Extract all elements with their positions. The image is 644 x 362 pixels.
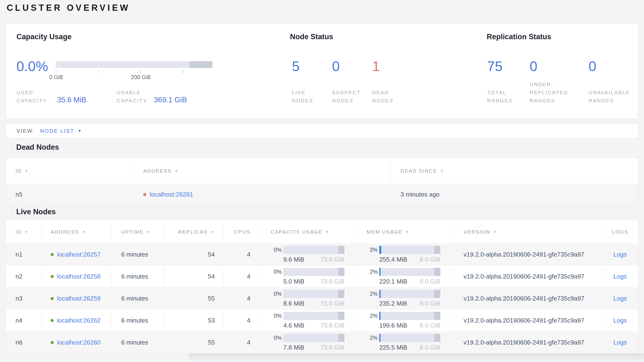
capacity-total-value: 73.8 GiB (320, 344, 344, 351)
logs-cell: Logs (602, 332, 638, 353)
axis-tick (140, 70, 141, 73)
dead-nodes-label: DEAD NODES (372, 88, 408, 105)
logs-link[interactable]: Logs (614, 295, 627, 302)
column-header-id[interactable]: ID ▼ (6, 220, 41, 243)
node-address-link[interactable]: localhost:26260 (57, 339, 100, 346)
bottom-shadow (188, 353, 644, 362)
dead-nodes-count: 1 (372, 58, 380, 74)
sort-desc-icon: ▼ (406, 230, 410, 234)
node-replicas: 54 (164, 266, 224, 287)
mem-usage-bar (379, 290, 440, 298)
node-address-cell: localhost:26257 (41, 244, 112, 265)
sort-desc-icon: ▼ (440, 169, 444, 173)
total-ranges-label: TOTAL RANGES (487, 88, 522, 105)
axis-tick-label-200: 200 GiB (126, 74, 155, 81)
capacity-percent: 0% (268, 313, 282, 319)
column-header-dead-since[interactable]: DEAD SINCE ▼ (391, 158, 638, 184)
node-cpus: 4 (224, 244, 261, 265)
mem-percent: 2% (364, 335, 378, 341)
mem-usage-cell: 2% 235.2 MiB 8.0 GiB (357, 288, 454, 309)
node-address-link[interactable]: localhost:26261 (150, 191, 193, 198)
logs-cell: Logs (602, 266, 638, 287)
sort-desc-icon: ▼ (325, 230, 330, 234)
live-nodes-heading: Live Nodes (16, 208, 56, 216)
column-header-replicas[interactable]: REPLICAS ▼ (164, 220, 224, 243)
column-header-address[interactable]: ADDRESS ▼ (41, 220, 112, 243)
table-row: n4 localhost:26262 6 minutes 53 4 0% 4.6… (6, 309, 638, 331)
dead-nodes-heading: Dead Nodes (16, 143, 59, 152)
node-uptime: 6 minutes (112, 310, 164, 331)
capacity-usage-bar (283, 246, 344, 254)
node-address-cell: localhost:26262 (41, 310, 112, 331)
node-id: n1 (6, 244, 41, 265)
node-replicas: 55 (164, 332, 224, 353)
node-address-link[interactable]: localhost:26257 (57, 251, 100, 258)
node-id: n4 (6, 310, 41, 331)
axis-tick (183, 70, 184, 73)
logs-link[interactable]: Logs (614, 339, 627, 346)
node-version: v19.2.0-alpha.20190606-2491-gfe735c9a97 (454, 310, 602, 331)
node-address-link[interactable]: localhost:26258 (57, 273, 100, 280)
capacity-bar-reserved-segment (189, 61, 212, 68)
suspect-nodes-count: 0 (332, 58, 340, 74)
live-nodes-header-row: ID ▼ ADDRESS ▼ UPTIME ▼ REPLICAS ▼ CPUS … (6, 220, 638, 243)
capacity-total-value: 73.8 GiB (320, 256, 344, 263)
unavailable-ranges-count: 0 (588, 58, 596, 74)
view-selector-dropdown[interactable]: NODE LIST ▼ (40, 128, 82, 134)
capacity-usage-heading: Capacity Usage (16, 33, 72, 41)
dead-nodes-table: ID ▼ ADDRESS ▼ DEAD SINCE ▼ n5 localhost… (6, 158, 638, 205)
node-version: v19.2.0-alpha.20190606-2491-gfe735c9a97 (454, 244, 602, 265)
node-cpus: 4 (224, 266, 261, 287)
used-capacity-value: 35.6 MiB (57, 96, 86, 104)
node-address-cell: localhost:26259 (41, 288, 112, 309)
capacity-usage-cell: 0% 9.6 MiB 73.8 GiB (261, 244, 357, 265)
cluster-summary-card: Capacity Usage 0.0% 0 GiB 200 GiB USED C… (6, 23, 638, 119)
capacity-used-value: 5.0 MiB (283, 278, 304, 285)
node-address-link[interactable]: localhost:26259 (57, 295, 100, 302)
column-header-id[interactable]: ID ▼ (6, 158, 134, 184)
capacity-usage-bar (283, 312, 344, 320)
mem-used-value: 255.4 MiB (379, 256, 407, 263)
node-status-dot-live (50, 275, 54, 278)
axis-tick (56, 70, 56, 73)
column-header-cpus[interactable]: CPUS (224, 220, 261, 243)
node-version: v19.2.0-alpha.20190606-2491-gfe735c9a97 (454, 332, 602, 353)
mem-total-value: 8.0 GiB (420, 344, 440, 351)
logs-link[interactable]: Logs (614, 251, 627, 258)
axis-tick-label-0: 0 GiB (42, 74, 70, 81)
node-replicas: 54 (164, 244, 224, 265)
dead-node-address-cell: localhost:26261 (134, 184, 391, 205)
mem-usage-cell: 2% 199.6 MiB 8.0 GiB (357, 310, 454, 331)
logs-link[interactable]: Logs (614, 317, 627, 324)
column-header-mem-usage[interactable]: MEM USAGE ▼ (357, 220, 454, 243)
under-replicated-ranges-count: 0 (530, 58, 537, 74)
node-id: n2 (6, 266, 41, 287)
node-version: v19.2.0-alpha.20190606-2491-gfe735c9a97 (454, 288, 602, 309)
column-header-version[interactable]: VERSION ▼ (454, 220, 602, 243)
logs-link[interactable]: Logs (614, 273, 627, 280)
sort-desc-icon: ▼ (211, 230, 215, 234)
column-header-capacity-usage[interactable]: CAPACITY USAGE ▼ (261, 220, 357, 243)
logs-cell: Logs (602, 288, 638, 309)
dead-node-id: n5 (6, 184, 134, 205)
column-header-uptime[interactable]: UPTIME ▼ (112, 220, 164, 243)
node-replicas: 55 (164, 288, 224, 309)
node-address-cell: localhost:26258 (41, 266, 112, 287)
table-row: n3 localhost:26259 6 minutes 55 4 0% 8.6… (6, 287, 638, 309)
unavailable-ranges-label: UNAVAILABLE RANGES (588, 88, 644, 105)
table-row: n1 localhost:26257 6 minutes 54 4 0% 9.6… (6, 243, 638, 265)
view-selected-option: NODE LIST (40, 128, 74, 134)
mem-usage-cell: 2% 220.1 MiB 8.0 GiB (357, 266, 454, 287)
capacity-usage-bar (283, 268, 344, 276)
live-nodes-table: ID ▼ ADDRESS ▼ UPTIME ▼ REPLICAS ▼ CPUS … (6, 220, 638, 354)
node-address-link[interactable]: localhost:26262 (57, 317, 100, 324)
node-status-dot-live (50, 253, 54, 256)
dead-since-value: 3 minutes ago (391, 184, 638, 205)
replication-status-heading: Replication Status (487, 33, 551, 41)
capacity-used-value: 4.6 MiB (283, 322, 304, 329)
column-header-address[interactable]: ADDRESS ▼ (134, 158, 391, 184)
mem-used-value: 199.6 MiB (379, 322, 407, 329)
node-status-dot-live (50, 297, 54, 300)
capacity-percent: 0% (268, 247, 282, 253)
column-header-logs: LOGS (602, 220, 638, 243)
